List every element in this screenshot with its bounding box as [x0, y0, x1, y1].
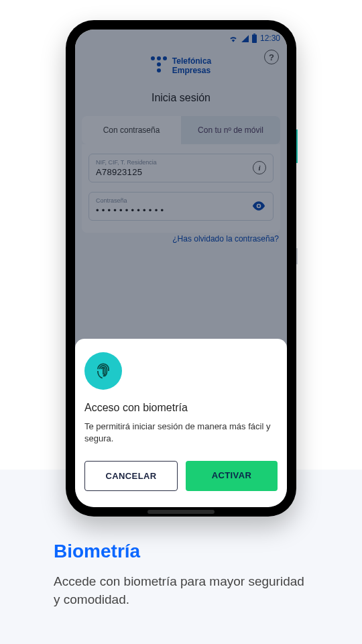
- phone-frame: 12:30 ? Telefónica Empresas Inicia ses: [66, 20, 296, 517]
- modal-description: Te permitirá iniciar sesión de manera má…: [84, 421, 278, 445]
- activate-button[interactable]: ACTIVAR: [186, 461, 278, 491]
- phone-home-bar: [147, 510, 215, 514]
- caption-title: Biometría: [54, 541, 308, 562]
- caption-description: Accede con biometría para mayor segurida…: [54, 573, 308, 608]
- modal-title: Acceso con biometría: [84, 402, 278, 414]
- cancel-button[interactable]: CANCELAR: [84, 461, 178, 491]
- caption-block: Biometría Accede con biometría para mayo…: [54, 541, 308, 608]
- modal-actions: CANCELAR ACTIVAR: [84, 461, 278, 491]
- phone-screen: 12:30 ? Telefónica Empresas Inicia ses: [75, 30, 287, 507]
- biometric-modal: Acceso con biometría Te permitirá inicia…: [75, 339, 287, 507]
- fingerprint-icon: [84, 352, 122, 390]
